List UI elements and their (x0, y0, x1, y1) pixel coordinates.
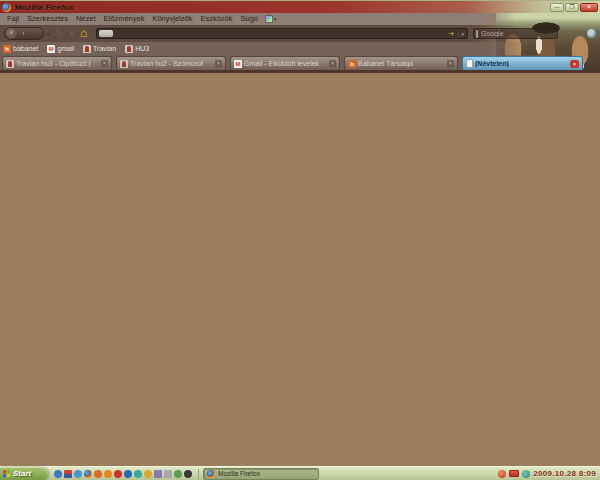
colorful-extension-icon[interactable] (265, 15, 273, 23)
quick-launch-icon-3[interactable] (74, 470, 82, 478)
babanet-favicon: h (3, 45, 11, 53)
quick-launch-icon-14[interactable] (184, 470, 192, 478)
menu-file[interactable]: Fájl (3, 13, 23, 25)
menu-history[interactable]: Előzmények (100, 13, 149, 25)
restore-button[interactable]: ❐ (565, 3, 579, 12)
tab-bar: Travian hu3 - Cipőfűző ( × Travian hu2 -… (0, 55, 600, 70)
taskbar-divider (198, 469, 199, 479)
window-controls: — ❐ ✕ (550, 3, 598, 12)
tab-close-icon[interactable]: × (329, 60, 336, 67)
stop-icon[interactable]: ✕ (68, 29, 75, 38)
address-bar: ➜ ▾ (96, 28, 468, 39)
travian-favicon (6, 60, 14, 68)
window-title: Mozilla Firefox (15, 3, 74, 12)
quick-launch-bar (54, 470, 192, 478)
menu-bar: Fájl Szerkesztés Nézet Előzmények Könyvj… (0, 13, 600, 25)
quick-launch-icon-6[interactable] (104, 470, 112, 478)
gmail-favicon: M (47, 45, 55, 53)
bookmarks-toolbar: h babanet M gmail Travian HU3 (0, 42, 600, 55)
tray-icon-3[interactable] (522, 470, 530, 478)
navigation-toolbar: ‹ › ▾ ↻ ✕ ⌂ ➜ ▾ (0, 25, 600, 42)
menu-view[interactable]: Nézet (72, 13, 100, 25)
quick-launch-icon-11[interactable] (154, 470, 162, 478)
taskbar-clock[interactable]: 2009.10.28 8:09 (533, 469, 596, 478)
tab-close-icon[interactable]: × (101, 60, 108, 67)
chevron-down-icon[interactable]: ▾ (274, 16, 277, 22)
firefox-icon (207, 470, 215, 478)
tray-icon-1[interactable] (498, 470, 506, 478)
blank-page-icon (466, 59, 473, 68)
tab-close-icon[interactable]: × (570, 60, 579, 68)
favicon-placeholder (99, 30, 113, 37)
back-forward-group: ‹ › (4, 27, 44, 40)
bookmark-gmail[interactable]: M gmail (47, 45, 74, 53)
tab-travian-hu2[interactable]: Travian hu2 - Szomorúf × (116, 56, 226, 70)
taskbar: Start Mozilla Firefox 2009. (0, 466, 600, 480)
firefox-icon (2, 3, 11, 12)
tab-travian-hu3[interactable]: Travian hu3 - Cipőfűző ( × (2, 56, 112, 70)
quick-launch-icon-12[interactable] (164, 470, 172, 478)
history-dropdown-icon[interactable]: ▾ (47, 31, 50, 37)
babanet-favicon: h (348, 60, 356, 68)
windows-logo-icon (3, 469, 11, 478)
menu-edit[interactable]: Szerkesztés (23, 13, 72, 25)
quick-launch-icon-10[interactable] (144, 470, 152, 478)
firefox-window: Mozilla Firefox — ❐ ✕ Fájl Szerkesztés N… (0, 0, 600, 480)
quick-launch-icon-1[interactable] (54, 470, 62, 478)
address-input[interactable] (113, 29, 449, 38)
quick-launch-icon-9[interactable] (134, 470, 142, 478)
travian-favicon (120, 60, 128, 68)
go-arrow-icon[interactable]: ➜ (449, 30, 455, 38)
address-dropdown-icon[interactable]: ▾ (461, 31, 464, 37)
bookmark-travian[interactable]: Travian (83, 45, 116, 53)
quick-launch-icon-7[interactable] (114, 470, 122, 478)
travian-favicon (125, 45, 133, 53)
tab-babanet[interactable]: h Babanet Társalgó × (344, 56, 458, 70)
quick-launch-icon-13[interactable] (174, 470, 182, 478)
firefox-task-button[interactable]: Mozilla Firefox (203, 468, 319, 480)
menu-help[interactable]: Súgó (237, 13, 263, 25)
bookmark-babanet[interactable]: h babanet (3, 45, 38, 53)
search-input[interactable] (478, 29, 575, 38)
tabstrip-divider (0, 70, 600, 73)
tab-close-icon[interactable]: × (447, 60, 454, 67)
back-button[interactable]: ‹ (6, 28, 17, 39)
forward-button[interactable]: › (22, 28, 25, 39)
address-separator (458, 30, 459, 37)
minimize-button[interactable]: — (550, 3, 564, 12)
search-box (473, 28, 558, 39)
tray-icon-2[interactable] (509, 470, 519, 477)
tab-gmail[interactable]: M Gmail - Elküldött levelek × (230, 56, 340, 70)
quick-launch-icon-2[interactable] (64, 470, 72, 478)
gmail-favicon: M (234, 60, 242, 68)
close-button[interactable]: ✕ (580, 3, 598, 12)
activity-throbber-icon (587, 29, 596, 38)
system-tray: 2009.10.28 8:09 (498, 469, 600, 478)
home-icon[interactable]: ⌂ (80, 26, 87, 40)
tab-close-icon[interactable]: × (215, 60, 222, 67)
title-bar[interactable]: Mozilla Firefox — ❐ ✕ (0, 0, 600, 13)
travian-favicon (83, 45, 91, 53)
tab-untitled-active[interactable]: (Névtelen) × (462, 56, 583, 70)
bookmark-hu3[interactable]: HU3 (125, 45, 149, 53)
menu-bookmarks[interactable]: Könyvjelzők (148, 13, 196, 25)
quick-launch-icon-8[interactable] (124, 470, 132, 478)
quick-launch-icon-5[interactable] (94, 470, 102, 478)
reload-icon[interactable]: ↻ (56, 29, 63, 38)
page-content-blank[interactable] (0, 73, 600, 466)
quick-launch-firefox-icon[interactable] (84, 470, 92, 478)
menu-tools[interactable]: Eszközök (196, 13, 236, 25)
start-button[interactable]: Start (0, 467, 48, 480)
